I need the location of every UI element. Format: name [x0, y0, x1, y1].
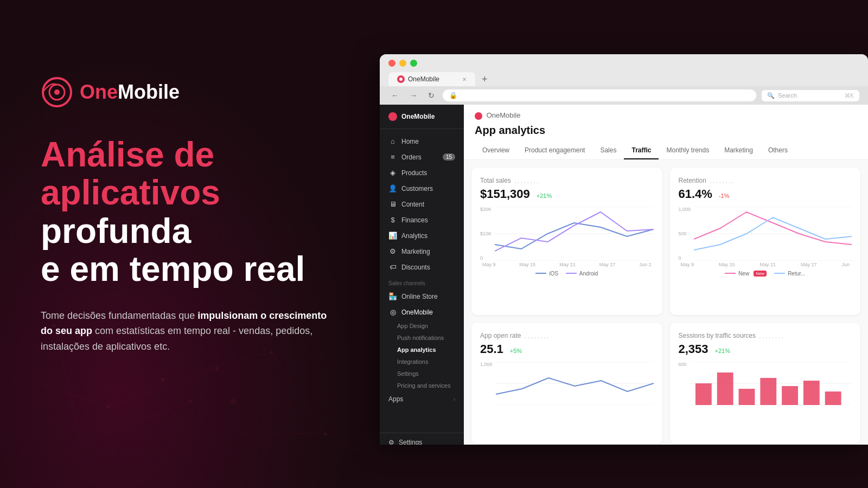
customers-icon: 👤	[388, 184, 397, 192]
svg-point-17	[188, 400, 192, 403]
search-bar[interactable]: 🔍 Search ⌘K	[762, 90, 859, 101]
retention-legend: New New Retur...	[679, 271, 852, 277]
tabs-bar: Overview Product engagement Sales Traffi…	[475, 142, 857, 159]
orders-icon: ≡	[388, 153, 397, 161]
main-header: OneMobile App analytics Overview Product…	[464, 105, 868, 160]
svg-point-19	[231, 399, 236, 404]
minimize-button[interactable]	[399, 60, 406, 67]
sidebar-item-analytics[interactable]: 📊 Analytics	[380, 228, 464, 243]
browser-window: OneMobile ✕ + ← → ↻ 🔒 🔍 Search ⌘K OneMob…	[380, 54, 868, 445]
svg-line-7	[27, 380, 108, 407]
tab-traffic[interactable]: Traffic	[624, 142, 659, 159]
sidebar-item-label: Customers	[401, 185, 433, 192]
svg-rect-40	[803, 381, 819, 405]
sidebar-sub-pricing[interactable]: Pricing and services	[380, 380, 464, 391]
tab-overview[interactable]: Overview	[475, 142, 517, 159]
search-placeholder: Search	[778, 92, 797, 99]
search-icon: 🔍	[767, 92, 775, 99]
retention-title: Retention	[679, 176, 852, 185]
sessions-chart: 600	[679, 362, 852, 405]
sidebar-item-online-store[interactable]: 🏪 Online Store	[380, 288, 464, 304]
breadcrumb-text: OneMobile	[487, 111, 521, 119]
tab-others[interactable]: Others	[761, 142, 795, 159]
finances-icon: $	[388, 216, 397, 224]
logo-text: OneMobile	[80, 81, 180, 104]
sidebar-item-apps[interactable]: Apps ›	[380, 391, 464, 407]
back-button[interactable]: ←	[388, 90, 401, 101]
sidebar-item-label: Orders	[401, 153, 422, 161]
breadcrumb: OneMobile	[475, 111, 857, 120]
charts-grid: Total sales $151,309 +21% $20K $10K 0	[464, 160, 868, 445]
subtext: Tome decisões fundamentadas que impulsio…	[41, 308, 334, 355]
total-sales-title: Total sales	[480, 176, 654, 185]
reload-button[interactable]: ↻	[425, 90, 437, 101]
sidebar-logo	[388, 112, 397, 121]
new-tab-button[interactable]: +	[480, 74, 490, 85]
sidebar-sub-integrations[interactable]: Integrations	[380, 356, 464, 368]
sidebar-sub-push[interactable]: Push notifications	[380, 332, 464, 344]
total-sales-legend: iOS Android	[480, 271, 654, 277]
tab-label: OneMobile	[408, 75, 439, 83]
tab-favicon	[397, 75, 405, 83]
svg-rect-36	[717, 373, 733, 405]
sidebar-item-home[interactable]: ⌂ Home	[380, 133, 464, 149]
browser-buttons	[388, 60, 859, 67]
browser-chrome: OneMobile ✕ +	[380, 54, 868, 86]
sidebar-sub-app-design[interactable]: App Design	[380, 320, 464, 332]
retention-card: Retention 61.4% -1% 1,000 500 0	[670, 168, 861, 316]
sidebar-item-orders[interactable]: ≡ Orders 15	[380, 149, 464, 165]
address-bar[interactable]: 🔒	[443, 89, 756, 101]
svg-point-13	[161, 378, 164, 381]
forward-button[interactable]: →	[407, 90, 420, 101]
app-open-rate-chart: 1,000	[480, 362, 654, 405]
svg-line-6	[190, 401, 244, 434]
sessions-value: 2,353	[679, 342, 709, 356]
sidebar-footer[interactable]: ⚙ Settings	[380, 433, 464, 445]
tab-product-engagement[interactable]: Product engagement	[517, 142, 592, 159]
svg-rect-38	[760, 378, 776, 405]
total-sales-change: +21%	[537, 192, 552, 199]
page-title: App analytics	[475, 124, 857, 137]
content-icon: 🖥	[388, 200, 397, 208]
sidebar-item-label: Apps	[388, 395, 403, 403]
analytics-icon: 📊	[388, 232, 397, 240]
online-store-icon: 🏪	[388, 292, 397, 300]
total-sales-chart: $20K $10K 0	[480, 207, 654, 267]
retention-chart: 1,000 500 0	[679, 207, 852, 267]
onemobile-icon: ◎	[388, 308, 397, 316]
sidebar-menu: ⌂ Home ≡ Orders 15 ◈ Products 👤 Customer…	[380, 129, 464, 433]
sidebar-item-finances[interactable]: $ Finances	[380, 212, 464, 228]
tab-monthly-trends[interactable]: Monthly trends	[659, 142, 717, 159]
svg-rect-41	[825, 391, 841, 405]
close-button[interactable]	[388, 60, 395, 67]
sidebar-item-customers[interactable]: 👤 Customers	[380, 181, 464, 196]
sidebar-item-onemobile[interactable]: ◎ OneMobile	[380, 304, 464, 320]
tab-sales[interactable]: Sales	[592, 142, 624, 159]
apps-arrow-icon: ›	[454, 396, 455, 402]
sidebar-sub-app-analytics[interactable]: App analytics	[380, 344, 464, 356]
products-icon: ◈	[388, 169, 397, 177]
sidebar-item-marketing[interactable]: ⚙ Marketing	[380, 243, 464, 259]
svg-rect-35	[695, 383, 711, 405]
tab-close-icon[interactable]: ✕	[462, 76, 467, 82]
tab-marketing[interactable]: Marketing	[717, 142, 761, 159]
sidebar-item-label: Online Store	[401, 293, 438, 300]
sidebar-item-content[interactable]: 🖥 Content	[380, 196, 464, 212]
headline: Análise de aplicativos profunda e em tem…	[41, 136, 366, 288]
sessions-title: Sessions by traffic sources	[679, 331, 852, 340]
maximize-button[interactable]	[410, 60, 417, 67]
orders-badge: 15	[443, 153, 455, 160]
sidebar-item-products[interactable]: ◈ Products	[380, 165, 464, 181]
sidebar: OneMobile ⌂ Home ≡ Orders 15 ◈ Products …	[380, 105, 464, 445]
svg-point-22	[54, 89, 60, 95]
sidebar-sub-settings[interactable]: Settings	[380, 368, 464, 380]
svg-rect-37	[738, 389, 755, 405]
sales-channels-label: Sales channels	[380, 275, 464, 288]
sidebar-item-label: Content	[401, 201, 424, 208]
sidebar-item-label: Finances	[401, 216, 428, 224]
sidebar-item-label: Home	[401, 138, 419, 145]
browser-tab[interactable]: OneMobile ✕	[388, 72, 475, 86]
svg-line-9	[108, 380, 163, 434]
sidebar-item-discounts[interactable]: 🏷 Discounts	[380, 259, 464, 275]
settings-gear-icon: ⚙	[388, 439, 394, 445]
